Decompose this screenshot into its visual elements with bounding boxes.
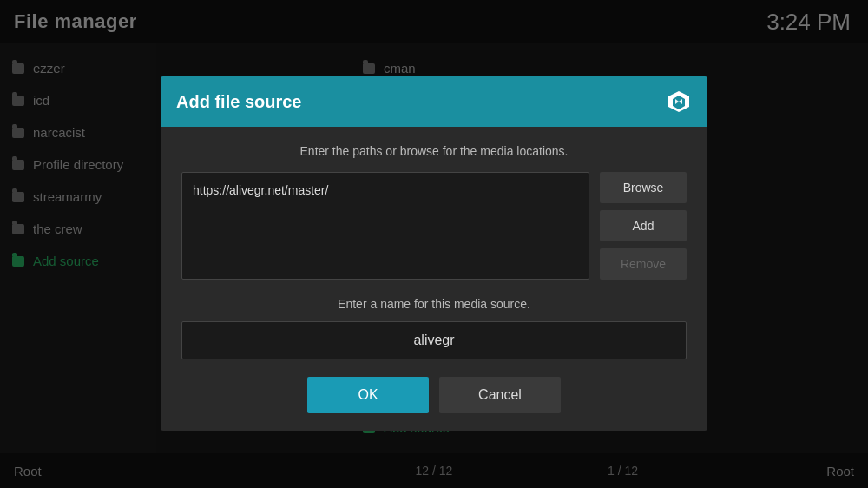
add-button[interactable]: Add bbox=[600, 210, 687, 241]
cancel-button[interactable]: Cancel bbox=[439, 377, 561, 413]
modal-name-description: Enter a name for this media source. bbox=[181, 297, 687, 311]
path-input-area: https://alivegr.net/master/ bbox=[181, 172, 589, 280]
path-value: https://alivegr.net/master/ bbox=[193, 183, 328, 197]
remove-button[interactable]: Remove bbox=[600, 248, 687, 280]
kodi-logo-icon bbox=[666, 89, 692, 115]
modal-title: Add file source bbox=[176, 92, 301, 112]
modal-actions: OK Cancel bbox=[181, 377, 687, 413]
browse-button[interactable]: Browse bbox=[600, 172, 687, 203]
path-buttons: Browse Add Remove bbox=[600, 172, 687, 280]
path-section: https://alivegr.net/master/ Browse Add R… bbox=[181, 172, 687, 280]
ok-button[interactable]: OK bbox=[307, 377, 429, 413]
add-file-source-modal: Add file source Enter the paths or brows… bbox=[161, 76, 707, 431]
modal-header: Add file source bbox=[161, 76, 707, 127]
modal-path-description: Enter the paths or browse for the media … bbox=[181, 144, 687, 158]
modal-body: Enter the paths or browse for the media … bbox=[161, 127, 707, 431]
media-source-name-input[interactable]: alivegr bbox=[181, 321, 687, 359]
